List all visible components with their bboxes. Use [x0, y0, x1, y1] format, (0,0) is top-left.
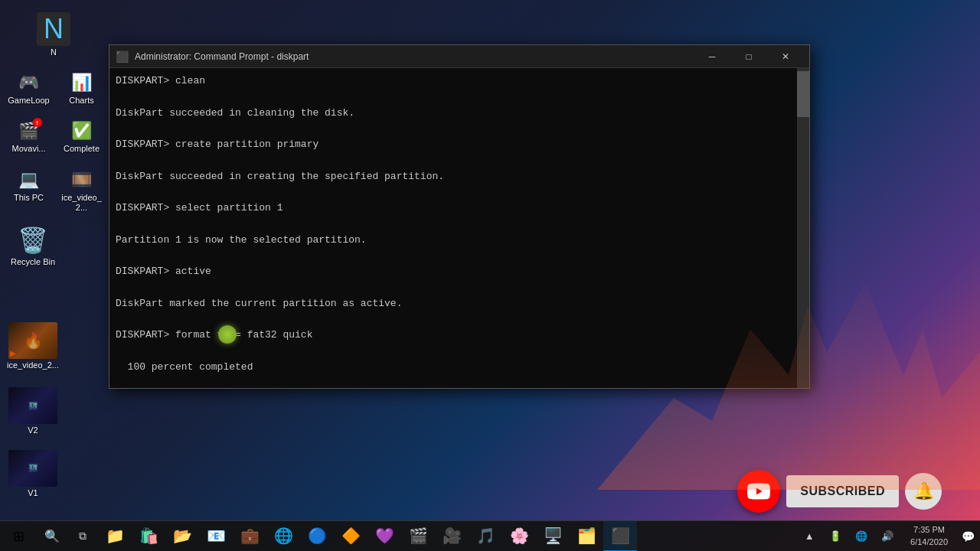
systray-volume[interactable]: 🔊 — [875, 521, 900, 552]
desktop-icon-v2[interactable]: 🌃 V2 — [3, 384, 63, 439]
v1-label: V1 — [28, 488, 38, 498]
close-button[interactable]: ✕ — [768, 46, 803, 67]
cmd-line-12 — [116, 248, 791, 263]
cmd-titlebar[interactable]: ⬛ Administrator: Command Prompt - diskpa… — [109, 45, 809, 68]
cmd-line-14 — [116, 280, 791, 295]
desktop: N N 🎮 GameLoop 📊 Charts 🎬 ! Movavi... — [0, 0, 980, 551]
taskbar-remote[interactable]: 🖥️ — [536, 521, 570, 552]
complete-label: Complete — [64, 144, 100, 154]
desktop-icon-n[interactable]: N N — [24, 9, 83, 60]
cmd-content: DISKPART> clean DiskPart succeeded in cl… — [109, 68, 809, 388]
cmd-window-title: Administrator: Command Prompt - diskpart — [135, 51, 688, 62]
cmd-line-17: DISKPART> format fs = fat32 quick — [116, 328, 791, 343]
ice-video-2-icon: 🎞️ — [69, 167, 95, 193]
task-view-icon: ⧉ — [79, 530, 87, 543]
folder2-icon: 🗂️ — [577, 527, 596, 545]
desktop-icon-movavi[interactable]: 🎬 ! Movavi... — [5, 115, 54, 157]
yt-overlay: SUBSCRIBED 🔔 — [737, 470, 942, 513]
taskbar-video-clip[interactable]: 🎥 — [435, 521, 469, 552]
cmd-line-9: DISKPART> select partition 1 — [116, 201, 791, 216]
taskbar-teams[interactable]: 💼 — [233, 521, 266, 552]
clock-time: 7:35 PM — [913, 524, 945, 536]
cmd-line-19: 100 percent completed — [116, 360, 791, 375]
taskbar-pinwheel[interactable]: 🌸 — [502, 521, 536, 552]
cmd-line-4 — [116, 121, 791, 136]
chrome-icon: 🔵 — [308, 527, 327, 545]
recycle-bin-label: Recycle Bin — [11, 257, 55, 267]
gameloop-label: GameLoop — [8, 96, 49, 106]
taskbar-vs[interactable]: 💜 — [368, 521, 401, 552]
movavi-label: Movavi... — [11, 144, 45, 154]
cmd-line-13: DISKPART> active — [116, 264, 791, 279]
music-icon: 🎵 — [476, 527, 495, 545]
charts-label: Charts — [69, 96, 93, 106]
clock-date: 6/14/2020 — [910, 536, 948, 548]
vlc-icon: 🔶 — [341, 527, 361, 545]
ice-video-thumb: ▶ 🔥 — [8, 322, 57, 359]
cmd-line-10 — [116, 217, 791, 232]
taskbar-file-explorer[interactable]: 📁 — [98, 521, 132, 552]
cmd-line-8 — [116, 184, 791, 200]
bell-icon: 🔔 — [905, 473, 942, 510]
search-icon: 🔍 — [44, 529, 60, 543]
folder-icon: 📂 — [173, 527, 192, 545]
taskbar-music[interactable]: 🎵 — [469, 521, 502, 552]
taskbar-mail[interactable]: 📧 — [199, 521, 233, 552]
taskbar-chrome[interactable]: 🔵 — [300, 521, 334, 552]
taskbar-notification[interactable]: 💬 — [956, 521, 980, 552]
cmd-line-1: DISKPART> clean — [116, 73, 791, 89]
desktop-icon-ice-video-2b[interactable]: ▶ 🔥 ice_video_2... — [3, 319, 63, 373]
desktop-icon-ice-video-2[interactable]: 🎞️ ice_video_2... — [57, 164, 106, 216]
store-icon: 🛍️ — [139, 527, 158, 545]
systray-show-hidden[interactable]: ▲ — [797, 521, 822, 552]
desktop-icon-v1[interactable]: 🌃 V1 — [3, 447, 63, 501]
subscribed-badge: SUBSCRIBED — [786, 475, 899, 507]
taskbar-clock[interactable]: 7:35 PM 6/14/2020 — [903, 521, 956, 552]
complete-icon: ✅ — [69, 118, 95, 144]
desktop-icon-complete[interactable]: ✅ Complete — [57, 115, 106, 157]
task-view-button[interactable]: ⧉ — [67, 521, 98, 552]
icon-row-3: 💻 This PC 🎞️ ice_video_2... — [3, 164, 107, 216]
scrollbar-thumb[interactable] — [797, 71, 809, 117]
taskbar-folder2[interactable]: 🗂️ — [570, 521, 603, 552]
desktop-icon-thispc[interactable]: 💻 This PC — [5, 164, 54, 216]
cmd-line-20 — [116, 375, 791, 388]
cmd-line-3: DiskPart succeeded in cleaning the disk. — [116, 106, 791, 121]
mail-icon: 📧 — [207, 527, 226, 545]
cmd-line-6 — [116, 153, 791, 168]
taskbar: ⊞ 🔍 ⧉ 📁 🛍️ 📂 📧 💼 🌐 🔵 🔶 — [0, 520, 980, 551]
video-editor-icon: 🎬 — [409, 527, 428, 545]
cmd-window-icon: ⬛ — [116, 51, 129, 63]
cmd-line-16 — [116, 311, 791, 327]
desktop-icon-gameloop[interactable]: 🎮 GameLoop — [5, 67, 54, 109]
cmd-line-7: DiskPart succeeded in creating the speci… — [116, 169, 791, 184]
taskbar-vlc[interactable]: 🔶 — [334, 521, 368, 552]
video-clip-icon: 🎥 — [443, 527, 462, 545]
movavi-icon: 🎬 ! — [16, 118, 42, 144]
desktop-icon-recycle-bin[interactable]: 🗑️ Recycle Bin — [3, 222, 63, 270]
n-icon: N — [37, 12, 70, 46]
pinwheel-icon: 🌸 — [510, 527, 529, 545]
desktop-icon-area: N N 🎮 GameLoop 📊 Charts 🎬 ! Movavi... — [0, 0, 107, 551]
systray-battery[interactable]: 🔋 — [823, 521, 848, 552]
taskbar-edge[interactable]: 🌐 — [266, 521, 300, 552]
taskbar-cmd[interactable]: ⬛ — [603, 521, 637, 552]
taskbar-search-button[interactable]: 🔍 — [37, 521, 67, 552]
start-button[interactable]: ⊞ — [0, 521, 37, 552]
scrollbar-vertical[interactable] — [797, 68, 809, 388]
cmd-text-area[interactable]: DISKPART> clean DiskPart succeeded in cl… — [109, 68, 797, 388]
taskbar-folder[interactable]: 📂 — [165, 521, 199, 552]
minimize-button[interactable]: ─ — [694, 46, 730, 67]
youtube-icon — [737, 470, 780, 513]
file-explorer-icon: 📁 — [106, 527, 125, 545]
taskbar-systray: ▲ 🔋 🌐 🔊 — [794, 521, 903, 552]
maximize-button[interactable]: □ — [731, 46, 766, 67]
thispc-icon: 💻 — [16, 167, 42, 193]
taskbar-store[interactable]: 🛍️ — [132, 521, 165, 552]
cmd-window: ⬛ Administrator: Command Prompt - diskpa… — [109, 44, 810, 389]
ice-video-2b-label: ice_video_2... — [7, 360, 59, 370]
desktop-icon-charts[interactable]: 📊 Charts — [57, 67, 106, 109]
taskbar-video-editor[interactable]: 🎬 — [401, 521, 435, 552]
systray-network[interactable]: 🌐 — [849, 521, 874, 552]
icon-row-1: 🎮 GameLoop 📊 Charts — [3, 67, 107, 109]
